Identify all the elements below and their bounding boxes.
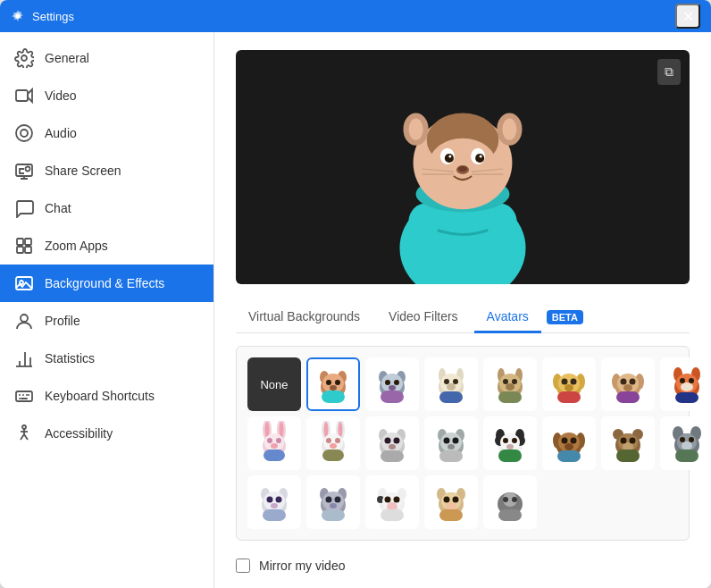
svg-point-96 [621, 379, 627, 385]
background-icon [14, 273, 34, 293]
avatar-panda[interactable] [483, 416, 537, 470]
svg-point-140 [385, 438, 391, 444]
svg-point-37 [502, 119, 516, 140]
svg-rect-209 [322, 509, 345, 521]
tab-video-filters[interactable]: Video Filters [376, 302, 471, 333]
svg-point-142 [389, 444, 396, 449]
avatar-rabbit-pink[interactable] [247, 416, 301, 470]
sidebar-item-profile[interactable]: Profile [0, 302, 213, 340]
svg-rect-75 [439, 391, 463, 403]
accessibility-icon [14, 424, 34, 443]
main-content: ⧉ Virtual Backgrounds Video Filters Avat… [214, 32, 711, 588]
sidebar-item-share-screen[interactable]: Share Screen [0, 152, 213, 189]
svg-point-148 [444, 438, 450, 444]
avatar-preview-image [236, 50, 690, 284]
sidebar-item-audio[interactable]: Audio [0, 114, 213, 152]
svg-point-74 [447, 383, 456, 391]
avatar-cat-white[interactable] [365, 416, 419, 470]
svg-point-88 [562, 379, 568, 385]
avatar-goat-brown[interactable] [483, 357, 537, 411]
svg-point-4 [16, 125, 32, 141]
svg-point-105 [680, 378, 685, 383]
svg-point-122 [267, 438, 272, 443]
svg-point-206 [326, 497, 332, 503]
svg-point-72 [444, 379, 449, 384]
avatar-cat-gray[interactable] [365, 357, 419, 411]
avatar-cat-white2[interactable] [247, 475, 301, 529]
svg-point-104 [681, 382, 693, 391]
avatar-cat-gray2[interactable] [424, 416, 478, 470]
avatar-bear-brown[interactable] [601, 416, 655, 470]
avatar-dog-tan[interactable] [601, 357, 655, 411]
avatar-wolf-gray[interactable] [660, 416, 711, 470]
sidebar-item-chat[interactable]: Chat [0, 189, 213, 227]
svg-point-217 [394, 497, 400, 503]
avatar-goat-white[interactable] [424, 357, 478, 411]
sidebar-label-statistics: Statistics [45, 351, 95, 365]
svg-rect-125 [263, 449, 285, 461]
close-button[interactable]: ✕ [675, 4, 700, 29]
sidebar-label-profile: Profile [45, 314, 80, 328]
avatar-dog-brown[interactable] [542, 416, 596, 470]
settings-icon [11, 9, 25, 23]
sidebar-label-accessibility: Accessibility [45, 426, 113, 441]
svg-rect-10 [17, 239, 23, 245]
svg-point-1 [21, 55, 27, 61]
svg-point-133 [335, 438, 340, 443]
beta-badge: BETA [547, 310, 583, 324]
svg-rect-151 [439, 450, 463, 462]
svg-point-98 [623, 384, 632, 391]
svg-point-184 [689, 437, 694, 442]
svg-point-45 [480, 155, 482, 157]
avatars-grid: None [236, 346, 690, 541]
svg-point-47 [458, 166, 467, 172]
svg-point-175 [621, 438, 627, 444]
sidebar-label-share-screen: Share Screen [45, 164, 121, 178]
svg-rect-185 [675, 449, 698, 462]
sidebar-item-background-effects[interactable]: Background & Effects [0, 265, 213, 302]
svg-point-160 [506, 444, 514, 449]
tab-avatars[interactable]: Avatars [474, 302, 541, 333]
tab-virtual-backgrounds[interactable]: Virtual Backgrounds [236, 302, 372, 333]
avatar-fox-red[interactable] [660, 357, 711, 411]
avatar-cat-brown[interactable] [306, 357, 360, 411]
stats-icon [14, 349, 34, 368]
svg-point-208 [330, 503, 337, 508]
avatar-cat-gray3[interactable] [306, 475, 360, 529]
svg-point-182 [682, 441, 692, 450]
sidebar-item-keyboard-shortcuts[interactable]: Keyboard Shortcuts [0, 377, 213, 415]
copy-button[interactable]: ⧉ [657, 59, 681, 85]
sidebar-item-statistics[interactable]: Statistics [0, 340, 213, 377]
sidebar-item-zoom-apps[interactable]: Zoom Apps [0, 227, 213, 265]
avatar-cow-tan[interactable] [424, 475, 478, 529]
avatar-dog-golden[interactable] [542, 357, 596, 411]
svg-rect-169 [557, 450, 581, 462]
avatar-placeholder[interactable] [483, 475, 537, 529]
svg-rect-201 [263, 509, 286, 521]
mirror-checkbox[interactable] [236, 559, 250, 573]
avatar-none[interactable]: None [247, 357, 301, 411]
mirror-label: Mirror my video [259, 559, 345, 573]
svg-point-198 [267, 497, 273, 503]
sidebar-item-accessibility[interactable]: Accessibility [0, 415, 213, 452]
svg-rect-67 [381, 391, 404, 403]
avatar-rabbit-white[interactable] [306, 416, 360, 470]
avatar-cow-white[interactable] [365, 475, 419, 529]
svg-point-123 [276, 438, 281, 443]
svg-point-89 [571, 379, 577, 385]
chat-icon [14, 198, 34, 218]
svg-point-166 [562, 438, 568, 444]
svg-rect-218 [381, 509, 404, 521]
svg-point-132 [326, 438, 331, 443]
sidebar-item-general[interactable]: General [0, 39, 213, 77]
share-screen-icon [14, 161, 34, 181]
svg-point-66 [389, 385, 396, 391]
sidebar-item-video[interactable]: Video [0, 77, 213, 114]
sidebar-label-zoom-apps: Zoom Apps [45, 239, 108, 253]
apps-icon [14, 236, 34, 256]
svg-point-56 [326, 380, 331, 385]
svg-rect-59 [322, 391, 345, 403]
profile-icon [14, 311, 34, 331]
svg-point-65 [394, 380, 399, 385]
svg-point-36 [409, 119, 423, 140]
